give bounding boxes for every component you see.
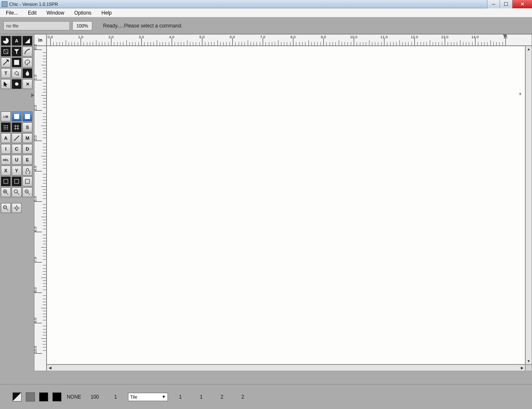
scroll-right-icon[interactable]: ▶ [519,365,525,371]
ruler-v-label: 9.0 [33,317,37,323]
icon3-button[interactable] [22,176,32,186]
ruler-v-label: 10.0 [33,346,37,353]
zoom-minus-button[interactable] [1,203,11,213]
scroll-left-icon[interactable]: ◀ [47,365,53,371]
ruler-h-label: 3.0 [139,35,144,39]
pointer-tool-icon[interactable] [1,79,11,89]
ruler-h-label: 1.0 [78,35,84,39]
zoom-out-button[interactable] [22,187,32,197]
grid-hash-button[interactable] [12,122,22,132]
s-button[interactable]: S [22,122,32,132]
menu-help[interactable]: Help [97,9,116,17]
scroll-down-icon[interactable]: ▼ [526,358,532,364]
c-button[interactable]: C [12,144,22,154]
maximize-button[interactable]: ☐ [500,0,512,8]
scissors-tool-icon[interactable]: ✕ [22,79,32,89]
ruler-v-marker-icon[interactable] [31,93,34,97]
ruler-v-label: 7.0 [33,257,37,262]
e-button[interactable]: E [22,155,32,165]
ruler-v-label: 0.0 [33,44,37,50]
window-controls: ─ ☐ ✕ [487,0,532,8]
lib-button[interactable]: LIB [1,112,11,121]
close-button[interactable]: ✕ [512,0,532,8]
ruler-vertical[interactable]: 0.01.02.03.04.05.06.07.08.09.010.0 [34,46,47,371]
menu-file[interactable]: File... [2,9,22,17]
a-button[interactable]: A [1,133,11,143]
bottom-bar: NONE 100 1 Tile ▼ 1 1 2 2 [0,384,532,409]
arrow-tool-icon[interactable] [1,57,11,67]
menu-edit[interactable]: Edit [24,9,41,17]
fill-square-tool-icon[interactable] [12,57,22,67]
i-button[interactable]: I [1,144,11,154]
ruler-v-label: 1.0 [33,74,37,80]
swatch-fg-icon[interactable] [39,392,48,402]
icon2-button[interactable] [12,176,22,186]
ruler-h-label: 0.0 [48,35,53,39]
drawing-canvas[interactable]: + [47,46,525,364]
text-tool-icon[interactable]: T [1,68,11,78]
swatch-bg-icon[interactable] [52,392,62,402]
ruler-v-label: 5.0 [33,196,37,201]
spiral-button[interactable] [22,166,32,176]
x-button[interactable]: X [1,166,11,176]
toolbox: AT✕ LIBSAMICDDELUEXY [0,34,34,371]
icon1-button[interactable] [1,176,11,186]
scroll-up-icon[interactable]: ▲ [526,46,532,52]
ruler-h-label: 14.0 [471,35,479,39]
ruler-h-label: 8.0 [291,35,296,39]
tool-grid-primary: AT✕ [1,36,32,89]
ruler-horizontal[interactable]: 0.01.02.03.04.05.06.07.08.09.010.011.012… [47,34,532,46]
ruler-v-label: 3.0 [33,135,37,141]
target-button[interactable] [12,203,22,213]
drop-tool-icon[interactable] [22,68,32,78]
none-label: NONE [66,394,82,400]
tile-dropdown[interactable]: Tile ▼ [128,393,168,401]
scroll-corner [525,364,532,371]
funnel-tool-icon[interactable] [12,47,22,57]
tile-dropdown-label: Tile [130,394,137,399]
minimize-button[interactable]: ─ [487,0,500,8]
menu-bar: File... Edit Window Options Help [0,8,532,17]
menu-options[interactable]: Options [70,9,96,17]
pie-tool-icon[interactable] [1,36,11,46]
blob-tool-icon[interactable] [12,79,22,89]
vertical-scrollbar[interactable]: ▲ ▼ [525,46,532,364]
status-text: Ready.....Please select a command. [103,23,182,29]
app-icon [2,1,7,7]
ruler-h-label: 10.0 [350,35,357,39]
m-button[interactable]: M [22,133,32,143]
tool-grid-tertiary [1,203,22,213]
bottom-val-3: 1 [172,394,189,400]
ruler-h-label: 5.0 [200,35,205,39]
bottom-val-6: 2 [234,394,251,400]
menu-window[interactable]: Window [42,9,69,17]
zoom-field[interactable]: 100% [72,21,92,30]
zoom-in-button[interactable] [1,187,11,197]
swatch-gray-icon[interactable] [26,392,35,402]
y-button[interactable]: Y [12,166,22,176]
ruler-h-label: 2.0 [108,35,114,39]
solid-blue-button[interactable] [22,112,32,121]
palette-tool-icon[interactable] [22,57,32,67]
u-button[interactable]: U [12,155,22,165]
curve-tool-icon[interactable] [22,47,32,57]
d-button[interactable]: D [22,144,32,154]
ruler-h-label: 4.0 [169,35,175,39]
tool-grid-secondary: LIBSAMICDDELUEXY [1,112,32,197]
right-triangle-tool-icon[interactable] [22,36,32,46]
swatch-diag-icon[interactable] [12,392,22,402]
filename-field[interactable]: no file [3,21,70,30]
shape-tool-icon[interactable] [1,47,11,57]
ruler-v-label: 4.0 [33,166,37,171]
ruler-h-marker-icon[interactable] [503,35,507,38]
horizontal-scrollbar[interactable]: ◀ ▶ [47,364,525,371]
info-bar: no file 100% Ready.....Please select a c… [0,17,532,34]
del-button[interactable]: DEL [1,155,11,165]
diag-button[interactable] [12,133,22,143]
zoom-reset-button[interactable] [12,187,22,197]
text-a-tool-icon[interactable]: A [12,36,22,46]
bucket-tool-icon[interactable] [12,68,22,78]
grid-dot-button[interactable] [1,122,11,132]
gradient-button[interactable] [12,112,22,121]
bottom-val-4: 1 [193,394,209,400]
